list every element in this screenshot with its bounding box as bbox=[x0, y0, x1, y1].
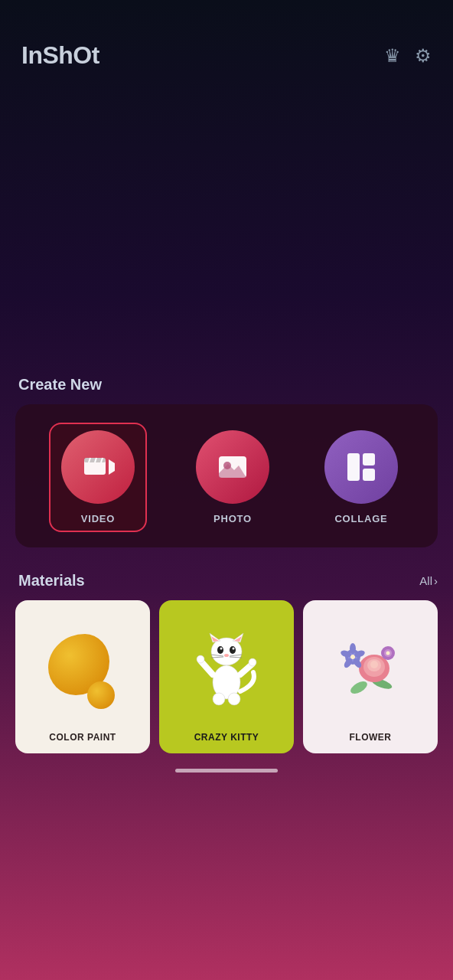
main-content: Create New VIDEO bbox=[0, 376, 453, 753]
svg-point-21 bbox=[224, 654, 229, 657]
create-new-title: Create New bbox=[15, 376, 438, 394]
flower-label: FLOWER bbox=[347, 732, 395, 743]
crazy-kitty-label: CRAZY KITTY bbox=[191, 732, 262, 743]
svg-point-31 bbox=[213, 693, 225, 705]
material-color-paint[interactable]: COLOR PAINT bbox=[15, 600, 150, 753]
collage-icon bbox=[344, 450, 378, 484]
color-paint-label: COLOR PAINT bbox=[46, 732, 119, 743]
svg-point-44 bbox=[386, 652, 390, 655]
svg-rect-10 bbox=[363, 453, 375, 466]
collage-circle bbox=[324, 430, 398, 504]
collage-label: COLLAGE bbox=[334, 513, 387, 524]
flower-svg bbox=[336, 630, 405, 707]
create-photo-item[interactable]: PHOTO bbox=[190, 424, 275, 531]
materials-header: Materials All › bbox=[15, 572, 438, 590]
video-label: VIDEO bbox=[81, 513, 115, 524]
video-circle bbox=[61, 430, 135, 504]
materials-all-link[interactable]: All › bbox=[419, 574, 438, 587]
svg-rect-11 bbox=[363, 469, 375, 481]
materials-title: Materials bbox=[15, 572, 85, 590]
svg-point-41 bbox=[350, 655, 355, 659]
svg-rect-9 bbox=[347, 453, 360, 481]
create-video-item[interactable]: VIDEO bbox=[49, 423, 147, 532]
svg-point-33 bbox=[349, 679, 370, 696]
photo-icon bbox=[216, 450, 249, 484]
app-logo: InShOt bbox=[21, 41, 99, 70]
flower-image bbox=[303, 600, 438, 732]
materials-grid: COLOR PAINT bbox=[15, 600, 438, 753]
material-flower[interactable]: FLOWER bbox=[303, 600, 438, 753]
color-paint-image bbox=[15, 600, 150, 732]
crazy-kitty-image bbox=[159, 600, 294, 732]
svg-point-38 bbox=[370, 661, 378, 668]
svg-point-18 bbox=[230, 646, 236, 654]
video-icon bbox=[81, 450, 115, 484]
svg-point-45 bbox=[350, 643, 356, 654]
header: InShOt bbox=[0, 0, 453, 85]
svg-point-32 bbox=[228, 693, 240, 705]
paint-blob-small bbox=[87, 681, 115, 709]
svg-point-17 bbox=[217, 646, 223, 654]
material-crazy-kitty[interactable]: CRAZY KITTY bbox=[159, 600, 294, 753]
photo-circle bbox=[196, 430, 269, 504]
create-new-card: VIDEO PHOTO COLLAGE bbox=[15, 404, 438, 547]
header-actions bbox=[384, 45, 432, 67]
cat-svg bbox=[196, 630, 257, 707]
home-indicator bbox=[175, 769, 278, 773]
create-collage-item[interactable]: COLLAGE bbox=[318, 424, 404, 531]
svg-point-19 bbox=[220, 648, 223, 650]
photo-label: PHOTO bbox=[213, 513, 252, 524]
svg-point-20 bbox=[233, 648, 235, 650]
crown-icon[interactable] bbox=[384, 45, 401, 67]
svg-point-30 bbox=[249, 658, 256, 666]
svg-point-29 bbox=[197, 655, 204, 663]
paint-blobs bbox=[44, 626, 121, 710]
svg-line-27 bbox=[200, 661, 213, 675]
settings-icon[interactable] bbox=[415, 45, 432, 67]
svg-marker-1 bbox=[109, 459, 115, 475]
